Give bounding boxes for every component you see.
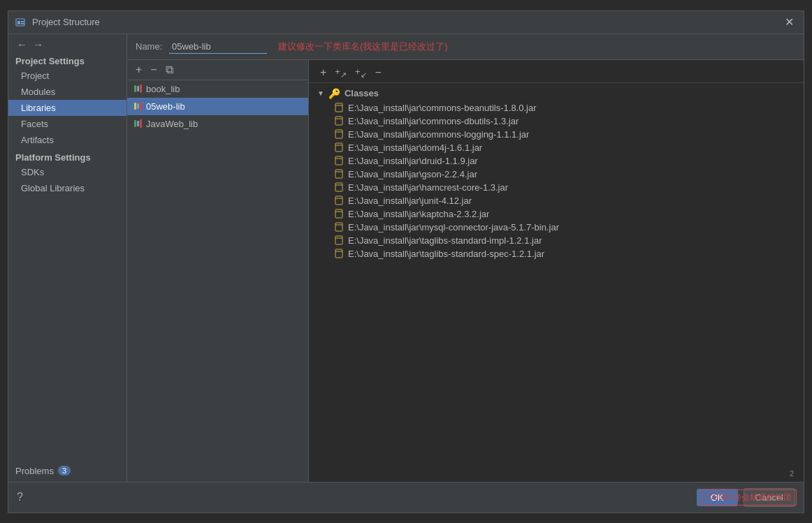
sidebar-item-label: Modules [21, 87, 55, 97]
jar-path: E:\Java_install\jar\commons-dbutils-1.3.… [348, 116, 519, 126]
jar-path: E:\Java_install\jar\druid-1.1.9.jar [348, 156, 478, 166]
library-item-javaweb-lib[interactable]: JavaWeb_lib [127, 115, 308, 133]
library-icon [134, 84, 142, 93]
sidebar-item-project[interactable]: Project [8, 68, 126, 84]
ok-button[interactable]: OK [697, 489, 738, 506]
sidebar-item-artifacts[interactable]: Artifacts [8, 132, 126, 148]
sidebar-item-modules[interactable]: Modules [8, 84, 126, 100]
svg-rect-18 [335, 196, 342, 205]
problems-label: Problems [15, 466, 54, 476]
name-input[interactable] [169, 40, 267, 54]
forward-button[interactable]: → [30, 38, 46, 50]
svg-rect-10 [335, 143, 342, 152]
sidebar: ← → Project Settings Project Modules Lib… [8, 34, 127, 482]
svg-rect-3 [21, 23, 24, 24]
nav-row: ← → [8, 37, 126, 52]
library-item-label: 05web-lib [146, 101, 185, 112]
name-row: Name: 建议修改一下类库名(我这里是已经改过了) [127, 34, 804, 60]
jar-path: E:\Java_install\jar\gson-2.2.4.jar [348, 169, 477, 179]
jar-icon [334, 235, 344, 245]
name-hint: 建议修改一下类库名(我这里是已经改过了) [278, 40, 448, 53]
svg-rect-8 [335, 130, 342, 138]
svg-rect-4 [335, 103, 342, 112]
jar-path: E:\Java_install\jar\commons-logging-1.1.… [348, 129, 529, 140]
jar-item-7: E:\Java_install\jar\junit-4.12.jar [309, 194, 804, 207]
jar-item-2: E:\Java_install\jar\commons-logging-1.1.… [309, 128, 804, 141]
library-item-05web-lib[interactable]: 05web-lib [127, 98, 308, 115]
jar-icon [334, 249, 344, 258]
dialog-icon [15, 17, 27, 28]
tree-toggle-icon[interactable]: ▼ [317, 89, 324, 97]
name-label: Name: [136, 41, 164, 52]
jar-path: E:\Java_install\jar\taglibs-standard-spe… [348, 249, 544, 259]
jar-icon [334, 182, 344, 192]
jar-item-3: E:\Java_install\jar\dom4j-1.6.1.jar [309, 141, 804, 154]
problems-badge: 3 [58, 466, 71, 476]
remove-library-button[interactable]: − [147, 63, 159, 77]
dialog-title: Project Structure [32, 17, 782, 27]
classes-tree: ▼ 🔑 Classes E:\Java_install\j [309, 83, 804, 479]
svg-rect-2 [21, 21, 24, 22]
jar-item-0: E:\Java_install\jar\commons-beanutils-1.… [309, 101, 804, 115]
add-class-alt-button[interactable]: +↗ [332, 66, 349, 80]
sidebar-item-label: Artifacts [21, 135, 54, 145]
sidebar-item-global-libraries[interactable]: Global Libraries [8, 180, 126, 196]
lib-toolbar: + − ⧉ [127, 60, 308, 80]
jar-icon [334, 156, 344, 165]
back-button[interactable]: ← [14, 38, 30, 50]
jar-icon [334, 116, 344, 126]
remove-class-button[interactable]: − [372, 66, 384, 80]
main-panel: Name: 建议修改一下类库名(我这里是已经改过了) + − ⧉ [127, 34, 804, 482]
help-button[interactable]: ? [17, 491, 23, 503]
cancel-button[interactable]: Cancel [744, 488, 795, 507]
library-item-book-lib[interactable]: book_lib [127, 80, 308, 98]
jar-path: E:\Java_install\jar\kaptcha-2.3.2.jar [348, 209, 489, 219]
classes-panel: + +↗ +↙ − ▼ 🔑 Classes [309, 60, 804, 482]
add-class-alt2-button[interactable]: +↙ [352, 66, 370, 80]
jar-icon [334, 222, 344, 232]
jar-icon [334, 103, 344, 112]
jar-path: E:\Java_install\jar\junit-4.12.jar [348, 196, 472, 206]
jar-item-1: E:\Java_install\jar\commons-dbutils-1.3.… [309, 115, 804, 128]
svg-rect-26 [335, 249, 342, 258]
content-area: ← → Project Settings Project Modules Lib… [8, 34, 804, 482]
problems-item[interactable]: Problems 3 [8, 460, 126, 482]
jar-icon [334, 209, 344, 219]
svg-rect-12 [335, 156, 342, 165]
sidebar-item-facets[interactable]: Facets [8, 116, 126, 132]
jar-path: E:\Java_install\jar\mysql-connector-java… [348, 222, 559, 233]
sidebar-item-libraries[interactable]: Libraries [8, 100, 126, 116]
lib-section: + − ⧉ book_lib [127, 60, 804, 482]
copy-library-button[interactable]: ⧉ [163, 63, 176, 77]
svg-rect-1 [17, 21, 20, 24]
classes-label: Classes [345, 88, 379, 98]
svg-rect-20 [335, 209, 342, 218]
platform-settings-label: Platform Settings [8, 148, 126, 164]
project-structure-dialog: Project Structure ✕ ← → Project Settings… [8, 10, 804, 513]
jar-icon [334, 169, 344, 179]
jar-path: E:\Java_install\jar\hamcrest-core-1.3.ja… [348, 182, 508, 193]
sidebar-item-sdks[interactable]: SDKs [8, 164, 126, 180]
svg-rect-22 [335, 223, 342, 231]
classes-key-icon: 🔑 [328, 88, 340, 99]
jar-item-5: E:\Java_install\jar\gson-2.2.4.jar [309, 168, 804, 181]
library-icon [134, 102, 142, 110]
jar-path: E:\Java_install\jar\commons-beanutils-1.… [348, 103, 537, 113]
library-list: + − ⧉ book_lib [127, 60, 309, 482]
jar-item-6: E:\Java_install\jar\hamcrest-core-1.3.ja… [309, 181, 804, 194]
jar-item-11: E:\Java_install\jar\taglibs-standard-spe… [309, 247, 804, 260]
jar-item-4: E:\Java_install\jar\druid-1.1.9.jar [309, 154, 804, 168]
add-library-button[interactable]: + [133, 63, 145, 77]
jar-item-10: E:\Java_install\jar\taglibs-standard-imp… [309, 234, 804, 247]
bottom-bar: ? OK Cancel [8, 482, 804, 513]
svg-rect-14 [335, 170, 342, 178]
close-button[interactable]: ✕ [782, 15, 797, 29]
jar-item-8: E:\Java_install\jar\kaptcha-2.3.2.jar [309, 207, 804, 221]
jar-path: E:\Java_install\jar\dom4j-1.6.1.jar [348, 142, 482, 153]
library-item-label: book_lib [146, 84, 180, 94]
jar-path: E:\Java_install\jar\taglibs-standard-imp… [348, 235, 542, 246]
sidebar-item-label: Global Libraries [21, 183, 85, 193]
jar-icon [334, 129, 344, 139]
add-class-button[interactable]: + [317, 66, 329, 80]
sidebar-item-label: SDKs [21, 167, 44, 177]
